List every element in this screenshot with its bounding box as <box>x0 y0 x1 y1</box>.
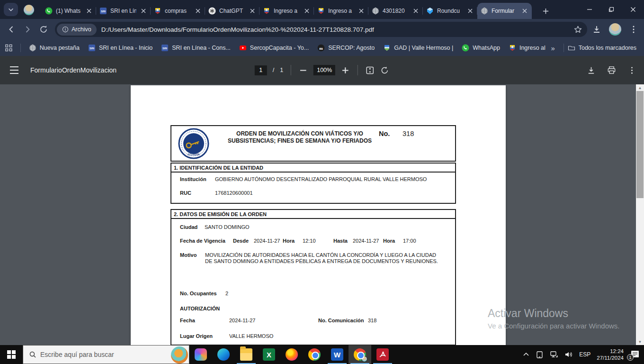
bookmark-label: Nueva pestaña <box>40 45 80 51</box>
bookmarks-overflow-button[interactable]: » <box>546 44 559 52</box>
edge-taskbar-button[interactable] <box>212 345 235 364</box>
close-tab-icon[interactable] <box>412 7 420 15</box>
print-icon[interactable] <box>607 66 616 75</box>
acrobat-taskbar-button[interactable] <box>371 345 394 364</box>
sri-icon: SRI <box>161 44 169 52</box>
close-tab-icon[interactable] <box>85 7 93 15</box>
bookmark-item[interactable]: SRISRI en Línea - Cons... <box>157 42 235 54</box>
bookmark-star-icon[interactable] <box>573 25 582 34</box>
address-bar[interactable]: Archivo D:/Users/Master/Downloads/Formul… <box>55 22 587 37</box>
motivo-label: Motivo <box>180 252 197 258</box>
window-controls <box>579 0 644 19</box>
bookmark-item[interactable]: mSERCOP: Agosto <box>313 42 379 54</box>
pdf-viewer[interactable]: ECUADOR ORDEN DE MOVILIZACIÓN CON VIÁTIC… <box>0 84 644 345</box>
zoom-out-button[interactable] <box>299 66 308 75</box>
bookmark-item[interactable]: SRISRI en Línea - Inicio <box>84 42 157 54</box>
copilot-taskbar-button[interactable] <box>189 345 212 364</box>
section1-body: Institución GOBIERNO AUTÓNOMO DESCENTRAL… <box>170 173 456 204</box>
maximize-button[interactable] <box>600 0 622 19</box>
back-button[interactable] <box>7 25 16 34</box>
rotate-button[interactable] <box>380 66 389 75</box>
zoom-in-button[interactable] <box>341 66 350 75</box>
tab[interactable]: 4301820 <box>368 3 423 19</box>
scrollbar[interactable]: ▲ ▼ <box>636 84 644 345</box>
taskbar: Escribe aquí para buscar XW ESP 12:24 27… <box>0 345 644 364</box>
pdf-page-controls: 1 / 1 100% <box>255 56 389 84</box>
document-title: ORDEN DE MOVILIZACIÓN CON VIÁTICOS Y/O S… <box>216 130 383 144</box>
close-tab-icon[interactable] <box>303 7 311 15</box>
downloads-icon[interactable] <box>592 25 601 34</box>
volume-icon[interactable] <box>564 350 573 359</box>
excel-taskbar-button[interactable]: X <box>258 345 280 364</box>
tab[interactable]: ChatGPT <box>205 3 259 19</box>
start-button[interactable] <box>0 345 23 364</box>
chrome-taskbar-button[interactable] <box>303 345 326 364</box>
close-window-button[interactable] <box>622 0 644 19</box>
bookmark-item[interactable]: SercopCapacita - Yo... <box>235 42 313 54</box>
bookmark-item[interactable]: Nueva pestaña <box>25 42 84 54</box>
whatsapp-icon <box>462 44 469 52</box>
tab-search-button[interactable] <box>4 3 18 16</box>
taskbar-dock: XW <box>189 345 394 364</box>
pdf-page: ECUADOR ORDEN DE MOVILIZACIÓN CON VIÁTIC… <box>131 85 506 345</box>
bookmark-item[interactable]: WhatsApp <box>457 42 504 54</box>
folder-icon <box>568 44 575 52</box>
word-taskbar-button[interactable]: W <box>326 345 349 364</box>
close-tab-icon[interactable] <box>194 7 202 15</box>
tab[interactable]: Roundcu <box>423 3 477 19</box>
firefox-taskbar-button[interactable] <box>280 345 303 364</box>
globe-icon <box>29 44 36 52</box>
reload-button[interactable] <box>39 25 48 34</box>
file-explorer-taskbar-button[interactable] <box>235 345 258 364</box>
language-indicator[interactable]: ESP <box>579 351 590 358</box>
tab-active[interactable]: Formular <box>477 3 532 19</box>
apps-grid-icon[interactable] <box>5 44 13 52</box>
page-number-input[interactable]: 1 <box>255 65 267 75</box>
tab[interactable]: SRISRI en Lín <box>96 3 151 19</box>
close-tab-icon[interactable] <box>466 7 474 15</box>
tab[interactable]: Ingreso a <box>259 3 314 19</box>
all-bookmarks-button[interactable]: Todos los marcadores <box>568 44 639 52</box>
clock-date: 27/11/2024 <box>597 355 624 361</box>
pdf-menu-icon[interactable] <box>9 66 19 74</box>
file-scheme-chip[interactable]: Archivo <box>57 24 97 36</box>
tab[interactable]: (1) Whats <box>42 3 96 19</box>
clock[interactable]: 12:24 27/11/2024 <box>597 348 624 361</box>
fecha-value: 2024-11-27 <box>229 318 255 323</box>
tab[interactable]: compras <box>151 3 205 19</box>
download-pdf-icon[interactable] <box>587 66 596 75</box>
url-text[interactable]: D:/Users/Master/Downloads/FormularioOrde… <box>101 26 573 33</box>
close-tab-icon[interactable] <box>140 7 147 15</box>
browser-menu-icon[interactable] <box>629 25 638 34</box>
browser-profile-icon[interactable] <box>24 5 34 15</box>
institucion-label: Institución <box>180 176 206 182</box>
close-tab-icon[interactable] <box>358 7 365 15</box>
scroll-up-icon[interactable]: ▲ <box>636 84 644 91</box>
profile-mini-avatar <box>361 356 367 362</box>
network-icon[interactable] <box>550 350 558 359</box>
pdf-more-menu-icon[interactable] <box>627 66 636 75</box>
widgets-weather-icon[interactable] <box>171 346 188 364</box>
notification-center-button[interactable]: 1 <box>630 349 640 360</box>
zoom-level[interactable]: 100% <box>313 65 335 75</box>
notification-badge: 1 <box>627 354 634 361</box>
bookmark-label: SRI en Línea - Inicio <box>99 45 152 51</box>
taskbar-search[interactable]: Escribe aquí para buscar <box>23 345 189 364</box>
avatar[interactable] <box>609 23 621 36</box>
chrome-profile-taskbar-button[interactable] <box>349 345 371 364</box>
scroll-down-icon[interactable]: ▼ <box>636 338 644 345</box>
bookmark-item[interactable]: Ingreso al Sistema -... <box>504 42 546 54</box>
tab[interactable]: Ingreso a <box>314 3 368 19</box>
page-total: 1 <box>280 67 283 73</box>
close-tab-icon[interactable] <box>521 7 528 15</box>
fit-to-page-button[interactable] <box>366 66 375 75</box>
bookmark-item[interactable]: GAD | Valle Hermoso | <box>379 42 457 54</box>
forward-button[interactable] <box>23 25 32 34</box>
tray-expand-icon[interactable] <box>523 351 529 358</box>
tablet-device-icon[interactable] <box>536 351 544 359</box>
scrollbar-thumb[interactable] <box>636 91 644 198</box>
new-tab-button[interactable] <box>539 4 552 18</box>
close-tab-icon[interactable] <box>249 7 256 15</box>
minimize-button[interactable] <box>579 0 600 19</box>
youtube-icon <box>239 44 247 52</box>
